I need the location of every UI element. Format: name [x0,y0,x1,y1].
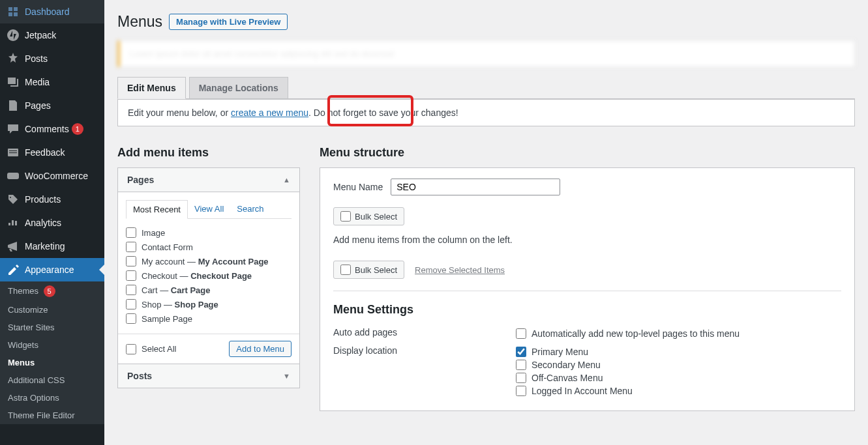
location-checkbox[interactable] [516,347,526,357]
sidebar-item-media[interactable]: Media [0,70,104,94]
select-all-row[interactable]: Select All [126,342,176,356]
page-item-image[interactable]: Image [126,225,292,240]
page-item-myaccount[interactable]: My account — My Account Page [126,254,292,268]
page-item-shop[interactable]: Shop — Shop Page [126,297,292,311]
page-item-checkout[interactable]: Checkout — Checkout Page [126,268,292,283]
sidebar-item-comments[interactable]: Comments 1 [0,117,104,141]
dashboard-icon [7,5,20,18]
sidebar-item-pages[interactable]: Pages [0,94,104,117]
sidebar-item-jetpack[interactable]: Jetpack [0,23,104,47]
appearance-icon [7,263,20,276]
location-primary[interactable]: Primary Menu [516,345,841,358]
auto-add-option[interactable]: Automatically add new top-level pages to… [516,327,841,340]
remove-selected-link[interactable]: Remove Selected Items [415,265,505,275]
page-checkbox[interactable] [126,256,136,266]
sidebar-label: Products [25,194,61,205]
page-header: Menus Manage with Live Preview [117,0,855,37]
create-new-menu-link[interactable]: create a new menu [231,108,308,118]
posts-accordion-header[interactable]: Posts ▼ [118,364,299,388]
sidebar-label: Feedback [25,147,65,158]
page-checkbox[interactable] [126,313,136,324]
svg-rect-2 [7,173,19,179]
page-checkbox[interactable] [126,299,136,309]
comments-badge: 1 [72,123,83,135]
pin-icon [7,52,20,65]
pages-accordion-header[interactable]: Pages ▲ [118,168,299,192]
helper-text: Add menu items from the column on the le… [333,235,841,245]
info-box: Edit your menu below, or create a new me… [117,99,855,126]
sidebar-label: Posts [25,53,48,64]
analytics-icon [7,216,20,229]
menu-name-label: Menu Name [333,182,383,192]
bulk-checkbox[interactable] [340,211,351,222]
sidebar-label: Jetpack [25,30,56,40]
add-menu-items-column: Add menu items Pages ▲ Most Recent View … [117,146,300,411]
menu-settings-title: Menu Settings [333,303,841,317]
info-text-after: . Do not forget to save your changes! [308,108,458,118]
submenu-widgets[interactable]: Widgets [0,336,104,354]
page-checkbox[interactable] [126,270,136,281]
sidebar-item-posts[interactable]: Posts [0,47,104,70]
woo-icon [7,169,20,182]
subtab-viewall[interactable]: View All [188,200,230,218]
admin-sidebar: Dashboard Jetpack Posts Media Pages Comm… [0,0,104,445]
location-loggedin[interactable]: Logged In Account Menu [516,384,841,397]
tab-edit-menus[interactable]: Edit Menus [117,77,186,99]
submenu-theme-file-editor[interactable]: Theme File Editor [0,407,104,424]
bulk-checkbox[interactable] [340,265,351,275]
page-item-cart[interactable]: Cart — Cart Page [126,283,292,297]
subtab-recent[interactable]: Most Recent [126,200,188,219]
page-checkbox[interactable] [126,227,136,238]
appearance-submenu: Themes 5 Customize Starter Sites Widgets… [0,281,104,424]
admin-notice: Lorem ipsum dolor sit amet consectetur a… [117,40,855,67]
submenu-starter-sites[interactable]: Starter Sites [0,319,104,336]
bulk-select-top[interactable]: Bulk Select [333,207,404,225]
tab-manage-locations[interactable]: Manage Locations [189,77,288,99]
sidebar-item-dashboard[interactable]: Dashboard [0,0,104,23]
page-checkbox[interactable] [126,242,136,252]
sidebar-label: Dashboard [25,7,70,17]
menu-name-input[interactable] [391,179,560,195]
divider [333,291,841,291]
sidebar-item-products[interactable]: Products [0,188,104,211]
info-text-before: Edit your menu below, or [128,108,231,118]
live-preview-button[interactable]: Manage with Live Preview [169,14,288,30]
sidebar-label: Marketing [25,241,65,251]
page-checkbox[interactable] [126,285,136,295]
sidebar-item-analytics[interactable]: Analytics [0,211,104,235]
sidebar-label: Media [25,77,50,87]
feedback-icon [7,146,20,159]
submenu-customize[interactable]: Customize [0,301,104,319]
display-location-label: Display location [333,345,516,356]
menu-structure-panel: Menu Name Bulk Select Add menu items fro… [320,167,855,411]
add-items-title: Add menu items [117,146,300,160]
page-title: Menus [117,13,162,31]
add-to-menu-button[interactable]: Add to Menu [229,341,292,357]
submenu-additional-css[interactable]: Additional CSS [0,371,104,389]
pages-subtabs: Most Recent View All Search [126,200,292,219]
pages-accordion: Pages ▲ Most Recent View All Search Imag… [117,167,300,388]
menu-structure-column: Menu structure Menu Name Bulk Select Add… [320,146,855,411]
submenu-themes[interactable]: Themes 5 [0,281,104,301]
menu-structure-title: Menu structure [320,146,855,160]
sidebar-item-appearance[interactable]: Appearance [0,258,104,281]
page-item-contact[interactable]: Contact Form [126,240,292,254]
auto-add-label: Auto add pages [333,327,516,337]
location-secondary[interactable]: Secondary Menu [516,358,841,371]
select-all-checkbox[interactable] [126,344,136,354]
auto-add-checkbox[interactable] [516,328,526,339]
submenu-menus[interactable]: Menus [0,354,104,371]
submenu-astra-options[interactable]: Astra Options [0,389,104,407]
location-offcanvas[interactable]: Off-Canvas Menu [516,371,841,384]
location-checkbox[interactable] [516,386,526,396]
location-checkbox[interactable] [516,373,526,383]
location-checkbox[interactable] [516,360,526,370]
sidebar-item-woocommerce[interactable]: WooCommerce [0,164,104,188]
subtab-search[interactable]: Search [230,200,270,218]
page-item-sample[interactable]: Sample Page [126,311,292,326]
sidebar-item-marketing[interactable]: Marketing [0,235,104,258]
sidebar-label: Appearance [25,265,74,275]
sidebar-label: Pages [25,100,51,111]
sidebar-item-feedback[interactable]: Feedback [0,141,104,164]
bulk-select-bottom[interactable]: Bulk Select [333,261,404,279]
